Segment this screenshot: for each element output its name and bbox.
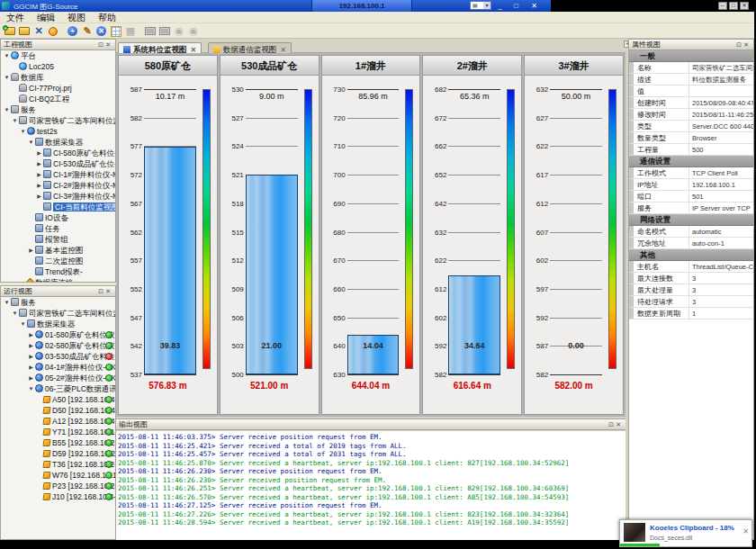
property-row[interactable]: 命名模式automatic xyxy=(629,226,753,238)
expander-icon[interactable]: ▼ xyxy=(3,104,11,115)
view-table-icon[interactable] xyxy=(109,24,123,38)
tree-item[interactable]: A50 [192.168.10.4- xyxy=(1,394,115,405)
tree-item[interactable]: Y71 [192.168.10.1- xyxy=(1,427,115,437)
property-row[interactable]: 修改时间2015/08/11-11:46:25- xyxy=(629,109,753,121)
expander-icon[interactable]: ▶ xyxy=(35,180,43,191)
tree-item[interactable]: ▼test2s xyxy=(1,126,115,137)
expander-icon[interactable]: ▼ xyxy=(27,137,35,148)
tree-item[interactable]: P23 [192.168.10.2- xyxy=(1,481,115,491)
tree-item[interactable]: ▶CI-580原矿仓料位-Mo- xyxy=(1,148,115,158)
restore-button[interactable]: □ xyxy=(509,1,523,11)
float-panel-icon[interactable]: ⊡ xyxy=(98,41,105,48)
expander-icon[interactable]: ▶ xyxy=(35,191,43,202)
expander-icon[interactable]: ▼ xyxy=(19,319,27,329)
tree-item[interactable]: ▶CI-2#溜井料位仪-Mo- xyxy=(1,180,115,191)
close-panel-icon[interactable]: ✕ xyxy=(105,41,112,48)
tree-item[interactable]: ▼司家营铁矿二选车间料位监测中- xyxy=(1,115,115,126)
titlebar-combobox[interactable]: ▤▾ xyxy=(470,1,491,10)
tree-item[interactable]: ▶03-530成品矿仓料位-CK- xyxy=(1,351,115,362)
property-row[interactable]: 描述料位数据监测服务 xyxy=(629,74,753,86)
close-icon[interactable]: ✕ xyxy=(742,527,749,536)
tree-item[interactable]: 任务 xyxy=(1,223,115,234)
close-project-icon[interactable]: ✕ xyxy=(32,24,46,38)
property-section-header[interactable]: 其他 xyxy=(629,249,753,261)
add-item-icon[interactable]: + xyxy=(66,24,80,38)
expander-icon[interactable]: ▶ xyxy=(35,158,43,169)
property-row[interactable]: IP地址192.168.100.1 xyxy=(629,179,753,191)
expander-icon[interactable]: ▼ xyxy=(3,297,11,308)
expander-icon[interactable]: ▼ xyxy=(11,308,19,319)
tree-item[interactable]: CI-77Proj.prj xyxy=(1,83,115,94)
expander-icon[interactable]: ▶ xyxy=(27,351,35,362)
stop-icon[interactable]: ◉ xyxy=(186,24,201,38)
expander-icon[interactable]: ▼ xyxy=(19,126,27,137)
property-row[interactable]: 最大连接数3 xyxy=(629,273,753,284)
property-row[interactable]: 数量类型Browser xyxy=(629,132,753,144)
expander-icon[interactable]: ▶ xyxy=(27,245,35,256)
property-section-header[interactable]: 网络设置 xyxy=(629,214,753,226)
property-row[interactable]: 工作模式TCP Client Poll xyxy=(629,167,753,179)
tree-item[interactable]: ▶04-1#溜井料位仪-CK- xyxy=(1,362,115,373)
tree-item[interactable]: W76 [192.168.10.1- xyxy=(1,470,115,481)
edit-icon[interactable]: ✎ xyxy=(80,24,94,38)
tree-item[interactable]: ▶01-580原矿仓料位仪-CK- xyxy=(1,329,115,340)
property-section-header[interactable]: 通信设置 xyxy=(629,156,753,167)
tree-item[interactable]: A12 [192.168.10.4- xyxy=(1,416,115,427)
tree-item[interactable]: ▶05-2#溜井料位仪-CK- xyxy=(1,373,115,383)
property-row[interactable]: 服务IP Server over TCP xyxy=(629,202,753,214)
expander-icon[interactable]: ▼ xyxy=(3,50,11,61)
menu-view[interactable]: 视图 xyxy=(61,12,92,23)
expander-icon[interactable]: ▼ xyxy=(3,72,11,83)
close-button[interactable]: ✕ xyxy=(527,1,541,11)
tree-item[interactable]: ▼服务 xyxy=(1,104,115,115)
chevron-down-icon[interactable]: ▾ xyxy=(483,2,490,9)
property-row[interactable]: 待处理请求3 xyxy=(629,296,753,308)
close-panel-icon[interactable]: ✕ xyxy=(105,288,112,294)
tree-item[interactable]: IO设备 xyxy=(1,212,115,223)
property-row[interactable]: 端口501 xyxy=(629,191,753,202)
outer-maximize-button[interactable]: □ xyxy=(729,2,738,10)
property-row[interactable]: 工程量500 xyxy=(629,144,753,156)
float-panel-icon[interactable]: ⊡ xyxy=(736,41,743,48)
notification-popup[interactable]: Kooeles Clipboard - 18% Docs_seces.dll ✕ xyxy=(619,519,752,547)
tree-item[interactable]: D50 [192.168.10.4- xyxy=(1,405,115,416)
monitor-2-icon[interactable] xyxy=(158,24,172,38)
expander-icon[interactable]: ▶ xyxy=(27,340,35,351)
tree-item[interactable]: 报警组 xyxy=(1,234,115,245)
property-row[interactable]: 数据更新周期1 xyxy=(629,308,753,320)
tree-item[interactable]: 二次监控图 xyxy=(1,256,115,266)
property-row[interactable]: 最大处理量3 xyxy=(629,284,753,296)
tree-item[interactable]: ▼06-三菱PLC数据通讯 xyxy=(1,383,115,394)
property-section-header[interactable]: 一般 xyxy=(629,50,753,62)
expander-icon[interactable]: ▶ xyxy=(27,373,35,383)
menu-edit[interactable]: 编辑 xyxy=(31,12,61,23)
log-output[interactable]: 2015-08-11 11:46:03.375> Server receive … xyxy=(116,431,626,540)
tree-item[interactable]: ▼服务 xyxy=(1,297,115,308)
outer-close-button[interactable]: ✕ xyxy=(740,2,749,10)
tree-item[interactable]: ▼数据采集器 xyxy=(1,137,115,148)
tree-item[interactable]: ▼平台 xyxy=(1,50,115,61)
tree-item[interactable]: ▶基本监控图 xyxy=(1,245,115,256)
tree-item[interactable]: ▶CI-1#溜井料位仪-Mo- xyxy=(1,169,115,180)
property-row[interactable]: 主机名ThreadList/Queue-CPU- xyxy=(629,261,753,273)
delete-item-icon[interactable]: ✕ xyxy=(94,24,109,38)
menu-file[interactable]: 文件 xyxy=(0,12,31,23)
tree-item[interactable]: ▼数据采集器 xyxy=(1,319,115,329)
menu-help[interactable]: 帮助 xyxy=(92,12,122,23)
tree-item[interactable]: ▼司家营铁矿二选车间料位监测中- xyxy=(1,308,115,319)
tree-item[interactable]: 数据库连接 xyxy=(1,277,115,282)
tree-item[interactable]: ▶02-580原矿仓料位仪-CK- xyxy=(1,340,115,351)
expander-icon[interactable]: ▶ xyxy=(27,362,35,373)
expander-icon[interactable]: ▼ xyxy=(27,383,35,394)
tree-item[interactable]: ▼数据库 xyxy=(1,72,115,83)
monitor-1-icon[interactable] xyxy=(143,24,158,38)
tree-item[interactable]: T36 [192.168.10.2- xyxy=(1,459,115,470)
close-panel-icon[interactable]: ✕ xyxy=(616,421,623,428)
property-row[interactable]: 值 xyxy=(629,86,753,97)
open-project-icon[interactable] xyxy=(17,24,32,38)
tree-item[interactable]: Trend报表- xyxy=(1,266,115,277)
property-row[interactable]: 类型Server.DCC 600 440- xyxy=(629,121,753,132)
tree-item[interactable]: D59 [192.168.10.2- xyxy=(1,448,115,459)
property-row[interactable]: 名称司家营铁矿二选车间料- xyxy=(629,62,753,74)
tree-item[interactable]: ▶CI-3#溜井料位仪-Mo- xyxy=(1,191,115,202)
